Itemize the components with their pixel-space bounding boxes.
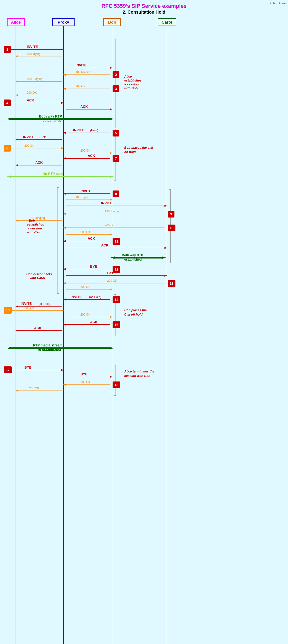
- svg-text:established: established: [43, 119, 61, 122]
- svg-text:re-established: re-established: [38, 348, 61, 352]
- svg-text:Proxy: Proxy: [58, 20, 69, 24]
- svg-text:Alice: Alice: [124, 75, 132, 78]
- svg-text:BYE: BYE: [24, 366, 32, 369]
- svg-text:180 Ringing: 180 Ringing: [27, 77, 42, 81]
- svg-marker-102: [110, 256, 114, 259]
- svg-text:12: 12: [114, 268, 118, 271]
- svg-text:ACK: ACK: [88, 236, 95, 240]
- svg-text:200 OK: 200 OK: [29, 386, 39, 390]
- svg-text:200 OK: 200 OK: [24, 306, 34, 310]
- svg-text:Bob places the call: Bob places the call: [124, 146, 153, 150]
- svg-text:17: 17: [6, 368, 10, 372]
- svg-marker-146: [110, 347, 114, 349]
- svg-text:a session: a session: [28, 226, 42, 230]
- svg-text:INVITE: INVITE: [21, 302, 32, 306]
- svg-text:180 Ringing: 180 Ringing: [76, 70, 91, 74]
- svg-marker-103: [162, 256, 166, 259]
- svg-text:200 OK: 200 OK: [80, 285, 90, 288]
- svg-text:on hold: on hold: [124, 150, 136, 154]
- svg-text:Carol: Carol: [162, 20, 172, 24]
- svg-text:INVITE: INVITE: [71, 295, 82, 299]
- svg-text:200 OK: 200 OK: [80, 230, 90, 234]
- svg-text:(off Hold): (off Hold): [89, 295, 101, 299]
- svg-text:200 OK: 200 OK: [105, 224, 115, 227]
- svg-text:RTP media stream: RTP media stream: [33, 343, 63, 347]
- svg-text:INVITE: INVITE: [27, 45, 38, 49]
- svg-text:a session: a session: [124, 82, 139, 86]
- svg-text:2: 2: [115, 73, 117, 77]
- svg-text:4: 4: [6, 101, 8, 105]
- svg-text:No RTP sent: No RTP sent: [43, 172, 63, 176]
- svg-text:200 OK: 200 OK: [107, 279, 117, 282]
- svg-text:5: 5: [115, 131, 117, 135]
- svg-text:INVITE: INVITE: [101, 201, 112, 205]
- svg-text:13: 13: [170, 282, 174, 286]
- svg-text:14: 14: [114, 298, 118, 302]
- svg-text:8: 8: [115, 192, 117, 196]
- svg-text:ACK: ACK: [35, 160, 43, 164]
- svg-text:11: 11: [114, 240, 118, 243]
- svg-marker-40: [7, 118, 11, 120]
- svg-text:Bob: Bob: [29, 219, 35, 222]
- svg-text:18: 18: [114, 383, 118, 387]
- svg-marker-41: [110, 118, 114, 120]
- svg-text:Both way RTP: Both way RTP: [122, 253, 143, 257]
- svg-text:3: 3: [115, 87, 117, 91]
- svg-text:6: 6: [6, 146, 8, 150]
- svg-text:with Carol: with Carol: [27, 230, 42, 234]
- svg-text:9: 9: [170, 212, 172, 216]
- diagram: Alice Proxy Bob Carol INVITE 100 Trying …: [0, 17, 288, 644]
- svg-text:with Bob: with Bob: [124, 86, 138, 90]
- svg-text:15: 15: [6, 308, 10, 312]
- svg-text:session with Bob: session with Bob: [124, 374, 150, 378]
- svg-text:200 OK: 200 OK: [80, 313, 90, 316]
- svg-text:200 OK: 200 OK: [27, 91, 37, 94]
- svg-text:ACK: ACK: [27, 98, 34, 102]
- svg-text:200 OK: 200 OK: [80, 149, 90, 152]
- svg-text:INVITE: INVITE: [76, 63, 86, 67]
- svg-marker-69: [110, 176, 114, 178]
- svg-text:BYE: BYE: [90, 264, 97, 268]
- svg-text:10: 10: [170, 226, 174, 230]
- svg-text:INVITE: INVITE: [73, 128, 84, 132]
- svg-text:200 OK: 200 OK: [24, 144, 34, 148]
- svg-text:ACK: ACK: [88, 154, 95, 158]
- svg-marker-145: [7, 347, 11, 349]
- svg-text:Call off hold: Call off hold: [124, 313, 143, 316]
- svg-text:Alice terminates the: Alice terminates the: [124, 370, 155, 373]
- title-line2: 2. Consultation Hold: [0, 10, 288, 15]
- svg-text:ACK: ACK: [80, 104, 88, 108]
- svg-text:ACK: ACK: [34, 326, 41, 330]
- svg-text:Bob places the: Bob places the: [124, 308, 147, 312]
- title-line1: RFC 5359's SIP Service examples: [0, 3, 288, 9]
- arrows-svg: Alice Proxy Bob Carol INVITE 100 Trying …: [0, 17, 288, 644]
- svg-text:INVITE: INVITE: [80, 189, 91, 193]
- svg-text:(Hold): (Hold): [40, 136, 48, 139]
- svg-text:Bob disconnects: Bob disconnects: [26, 272, 52, 276]
- svg-text:(Hold): (Hold): [90, 129, 98, 132]
- svg-text:Alice: Alice: [11, 20, 21, 24]
- svg-text:Both way RTP: Both way RTP: [39, 114, 62, 118]
- svg-text:establishes: establishes: [27, 222, 44, 226]
- svg-text:1: 1: [6, 48, 8, 51]
- svg-text:200 OK: 200 OK: [80, 380, 90, 384]
- svg-text:16: 16: [114, 323, 118, 327]
- svg-text:(off Hold): (off Hold): [39, 302, 50, 306]
- svg-text:ACK: ACK: [101, 243, 108, 247]
- svg-text:100 Trying: 100 Trying: [76, 196, 89, 199]
- svg-text:BYE: BYE: [80, 372, 87, 376]
- svg-text:180 Ringing: 180 Ringing: [105, 210, 120, 213]
- svg-text:200 OK: 200 OK: [76, 85, 85, 88]
- svg-text:7: 7: [115, 156, 117, 160]
- copyright: © Tech-Invite: [270, 2, 285, 5]
- svg-text:establishes: establishes: [124, 78, 141, 82]
- svg-text:with Carol: with Carol: [30, 276, 45, 280]
- svg-text:Bob: Bob: [108, 20, 116, 24]
- svg-text:100 Trying: 100 Trying: [27, 52, 41, 56]
- svg-text:established: established: [124, 258, 142, 261]
- page-title: RFC 5359's SIP Service examples 2. Consu…: [0, 0, 288, 15]
- svg-text:INVITE: INVITE: [23, 135, 34, 139]
- svg-marker-68: [7, 176, 11, 178]
- svg-text:ACK: ACK: [90, 320, 97, 324]
